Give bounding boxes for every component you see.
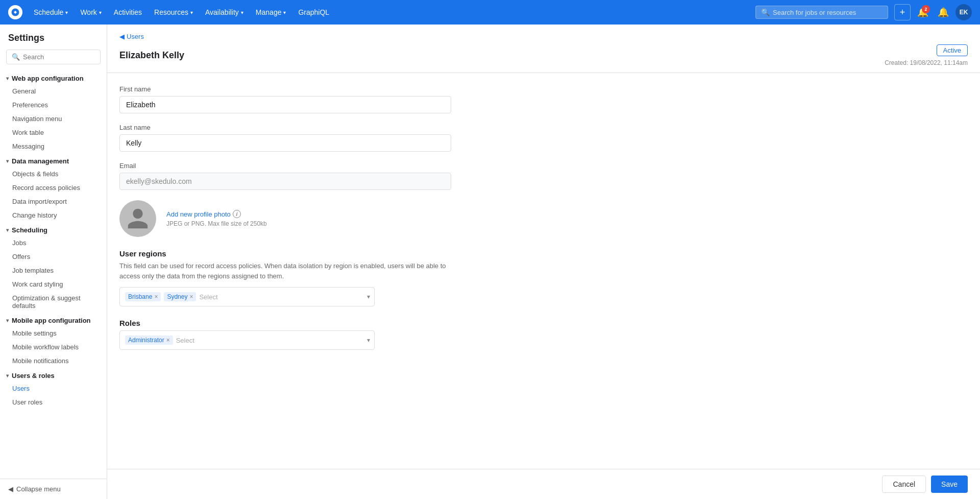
sidebar-item-change-history[interactable]: Change history	[0, 208, 107, 222]
photo-hint: JPEG or PNG. Max file size of 250kb	[166, 220, 267, 227]
section-data-management[interactable]: ▾ Data management	[0, 153, 107, 167]
sidebar-item-work-card-styling[interactable]: Work card styling	[0, 277, 107, 291]
content-body: First name Last name Email	[107, 73, 980, 469]
sidebar-item-job-templates[interactable]: Job templates	[0, 264, 107, 277]
data-management-chevron-icon: ▾	[6, 158, 9, 164]
roles-title: Roles	[119, 319, 451, 327]
sidebar-item-objects-fields[interactable]: Objects & fields	[0, 167, 107, 181]
cancel-button[interactable]: Cancel	[882, 476, 926, 493]
last-name-group: Last name	[119, 124, 451, 152]
collapse-menu-button[interactable]: ◀ Collapse menu	[0, 479, 107, 499]
sidebar-item-work-table[interactable]: Work table	[0, 126, 107, 139]
resources-chevron-icon: ▾	[190, 10, 193, 15]
regions-placeholder: Select	[199, 293, 217, 301]
content-header: ◀ Users Elizabeth Kelly Active Created: …	[107, 25, 980, 73]
users-roles-chevron-icon: ▾	[6, 373, 9, 378]
nav-resources[interactable]: Resources ▾	[149, 5, 198, 19]
sidebar-item-optimization[interactable]: Optimization & suggest defaults	[0, 291, 107, 313]
sidebar-search-input[interactable]	[23, 53, 95, 61]
sidebar-item-preferences[interactable]: Preferences	[0, 98, 107, 112]
mobile-app-chevron-icon: ▾	[6, 318, 9, 323]
regions-title: User regions	[119, 249, 451, 258]
roles-chevron-icon: ▾	[367, 337, 370, 344]
scheduling-chevron-icon: ▾	[6, 227, 9, 233]
remove-administrator-button[interactable]: ×	[166, 337, 170, 344]
topnav-actions: + 🔔 2 🔔 EK	[894, 4, 972, 20]
add-button[interactable]: +	[894, 4, 911, 20]
email-label: Email	[119, 162, 451, 170]
topnav: Schedule ▾ Work ▾ Activities Resources ▾…	[0, 0, 980, 25]
first-name-group: First name	[119, 85, 451, 113]
logo[interactable]	[8, 5, 22, 19]
manage-chevron-icon: ▾	[283, 10, 286, 15]
notifications-button[interactable]: 🔔 2	[915, 4, 931, 20]
sidebar-item-user-roles[interactable]: User roles	[0, 395, 107, 409]
sidebar-item-mobile-notifications[interactable]: Mobile notifications	[0, 354, 107, 368]
availability-chevron-icon: ▾	[241, 10, 243, 15]
region-tag-brisbane: Brisbane ×	[125, 292, 161, 301]
email-input[interactable]	[119, 173, 451, 190]
sidebar-item-data-import[interactable]: Data import/export	[0, 195, 107, 208]
sidebar-item-general[interactable]: General	[0, 84, 107, 98]
section-users-roles[interactable]: ▾ Users & roles	[0, 368, 107, 382]
sidebar-search-container[interactable]: 🔍	[6, 50, 101, 64]
section-scheduling[interactable]: ▾ Scheduling	[0, 222, 107, 236]
web-app-chevron-icon: ▾	[6, 76, 9, 81]
first-name-label: First name	[119, 85, 451, 93]
page-title: Elizabeth Kelly	[119, 50, 184, 61]
save-button[interactable]: Save	[931, 476, 968, 493]
sidebar-item-jobs[interactable]: Jobs	[0, 236, 107, 250]
section-mobile-app[interactable]: ▾ Mobile app configuration	[0, 313, 107, 326]
collapse-icon: ◀	[8, 485, 13, 493]
sidebar-item-offers[interactable]: Offers	[0, 250, 107, 264]
sidebar-search-icon: 🔍	[12, 53, 20, 61]
remove-sydney-button[interactable]: ×	[189, 293, 193, 300]
schedule-chevron-icon: ▾	[65, 10, 68, 15]
nav-manage[interactable]: Manage ▾	[251, 5, 291, 19]
roles-section: Roles Administrator × Select ▾	[119, 319, 451, 350]
sidebar-item-messaging[interactable]: Messaging	[0, 139, 107, 153]
nav-schedule[interactable]: Schedule ▾	[29, 5, 73, 19]
add-photo-link[interactable]: Add new profile photo i	[166, 210, 267, 218]
global-search[interactable]: 🔍	[755, 6, 888, 19]
status-badge: Active	[937, 44, 968, 56]
sidebar-item-mobile-workflow[interactable]: Mobile workflow labels	[0, 340, 107, 354]
photo-info-icon[interactable]: i	[233, 210, 241, 218]
content-header-row: Elizabeth Kelly Active Created: 19/08/20…	[119, 44, 968, 73]
last-name-input[interactable]	[119, 134, 451, 152]
regions-select[interactable]: Brisbane × Sydney × Select ▾	[119, 287, 375, 306]
nav-availability[interactable]: Availability ▾	[200, 5, 249, 19]
alerts-button[interactable]: 🔔	[935, 4, 951, 20]
notification-badge: 2	[922, 5, 930, 13]
sidebar-item-record-access[interactable]: Record access policies	[0, 181, 107, 195]
sidebar-item-users[interactable]: Users	[0, 382, 107, 395]
work-chevron-icon: ▾	[99, 10, 102, 15]
photo-section: Add new profile photo i JPEG or PNG. Max…	[119, 200, 968, 237]
email-group: Email	[119, 162, 451, 190]
breadcrumb-users-link[interactable]: ◀ Users	[119, 33, 144, 40]
section-web-app-config[interactable]: ▾ Web app configuration	[0, 70, 107, 84]
first-name-input[interactable]	[119, 96, 451, 113]
nav-activities[interactable]: Activities	[109, 5, 147, 19]
roles-select[interactable]: Administrator × Select ▾	[119, 330, 375, 350]
photo-info: Add new profile photo i JPEG or PNG. Max…	[166, 210, 267, 227]
nav-graphiql[interactable]: GraphiQL	[293, 5, 334, 19]
main-content: ◀ Users Elizabeth Kelly Active Created: …	[107, 25, 980, 499]
nav-work[interactable]: Work ▾	[75, 5, 106, 19]
search-input[interactable]	[773, 9, 883, 16]
last-name-label: Last name	[119, 124, 451, 131]
search-icon: 🔍	[761, 8, 770, 16]
alert-icon: 🔔	[938, 7, 949, 18]
regions-description: This field can be used for record access…	[119, 261, 451, 281]
user-avatar[interactable]: EK	[955, 4, 972, 20]
regions-chevron-icon: ▾	[367, 293, 370, 300]
sidebar-title: Settings	[0, 25, 107, 50]
created-date: Created: 19/08/2022, 11:14am	[885, 59, 968, 66]
sidebar: Settings 🔍 ▾ Web app configuration Gener…	[0, 25, 107, 499]
app-layout: Settings 🔍 ▾ Web app configuration Gener…	[0, 25, 980, 499]
sidebar-item-mobile-settings[interactable]: Mobile settings	[0, 326, 107, 340]
sidebar-item-navigation-menu[interactable]: Navigation menu	[0, 112, 107, 126]
breadcrumb-chevron-icon: ◀	[119, 33, 125, 40]
region-tag-sydney: Sydney ×	[164, 292, 196, 301]
remove-brisbane-button[interactable]: ×	[154, 293, 158, 300]
